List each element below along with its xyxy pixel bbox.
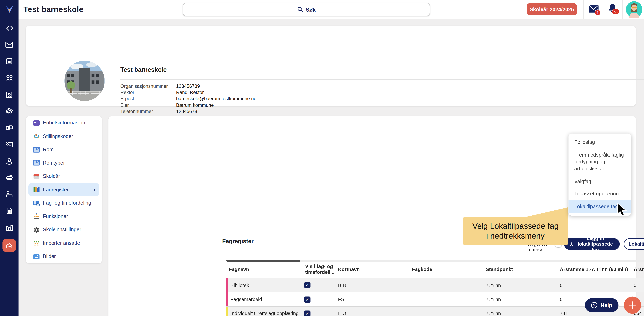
add-fab-button[interactable] [624, 296, 641, 314]
position-codes-icon [33, 133, 40, 140]
menu-item-rom[interactable]: Rom [26, 143, 102, 156]
settings-gear-icon [33, 226, 40, 233]
person-sync-icon [6, 157, 13, 165]
chevron-right-icon: › [94, 187, 95, 193]
column-header: Årsramme 8.-10. trinn [631, 267, 644, 273]
rail-item-document[interactable] [0, 204, 18, 217]
vis-checkbox[interactable]: ✓ [304, 282, 310, 288]
search-input[interactable]: Søk [183, 3, 430, 16]
dropdown-option-valgfag[interactable]: Valgfag [568, 175, 631, 188]
column-header: Årsramme 1.-7. trinn (60 min) [557, 267, 631, 273]
rail-item-bar-chart[interactable] [0, 222, 18, 234]
subject-category-select[interactable]: Lokaltilpassede ... × [624, 238, 644, 250]
dropdown-option-fremmedspr-k-faglig-fordypning-og-arbeidslivsfag[interactable]: Fremmedspråk, faglig fordypning og arbei… [568, 149, 631, 175]
school-icon [6, 242, 13, 249]
divider [85, 0, 86, 19]
collapse-chevrons-icon [6, 24, 13, 32]
menu-item-label: Skoleår [43, 174, 60, 179]
hand-food-icon [6, 174, 13, 181]
table-header-row: FagnavnVis i fag- og timefordeli...Kortn… [226, 262, 644, 278]
notifications-button[interactable]: 53 [608, 4, 616, 15]
category-color-strip [226, 293, 228, 306]
menu-item-enhetsinformasjon[interactable]: Enhetsinformasjon [26, 116, 102, 130]
table-scrollbar [226, 260, 644, 262]
plus-circle-icon [570, 241, 574, 247]
table-row[interactable]: Individuelt tilrettelagt opplæring ✓ ITO… [226, 306, 644, 316]
info-field-value: Bærum kommune [176, 102, 214, 108]
vis-checkbox[interactable]: ✓ [304, 310, 310, 316]
user-avatar[interactable] [626, 1, 642, 19]
menu-item-label: Bilder [43, 254, 56, 259]
info-field-row: E-postbarneskole@baerum.testkommune.no [120, 96, 262, 102]
school-photo [64, 61, 105, 101]
school-name-heading: Test barneskole [120, 66, 167, 73]
instruction-tooltip: Velg Lokaltilpassede fag i nedtrekksmeny [463, 217, 568, 245]
menu-item-fagregister[interactable]: Fagregister› [28, 183, 100, 196]
help-button[interactable]: ? Help [585, 298, 619, 312]
svg-text:?: ? [593, 303, 596, 307]
mail-button[interactable]: 1 [588, 5, 599, 14]
mail-icon [6, 40, 13, 48]
rail-item-person-sync[interactable] [0, 155, 18, 167]
cell-kortnavn: ITO [336, 310, 410, 316]
help-label: Help [601, 302, 612, 308]
icon-rail [0, 19, 18, 316]
menu-item-label: Enhetsinformasjon [43, 120, 85, 126]
page-title: Test barneskole [23, 0, 84, 19]
school-year-button[interactable]: Skoleår 2024/2025 [527, 3, 577, 15]
bar-chart-icon [6, 224, 13, 231]
rail-item-puzzle[interactable] [0, 122, 18, 134]
menu-item-stillingskoder[interactable]: Stillingskoder [26, 130, 102, 143]
table-row[interactable]: Bibliotek ✓ BIB 7. trinn 0 0 [226, 278, 644, 293]
notifications-badge: 53 [612, 8, 620, 15]
rail-item-teacher-desk[interactable] [0, 188, 18, 200]
info-field-label: Telefonnummer [120, 109, 176, 114]
rail-item-group[interactable] [0, 105, 18, 117]
menu-item-skoleinnstillinger[interactable]: Skoleinnstillinger [26, 223, 102, 236]
select-value: Lokaltilpassede ... [629, 241, 644, 247]
rail-item-hand-food[interactable] [0, 171, 18, 184]
cell-aarsramme-1-7: 0 [557, 282, 631, 288]
top-bar: Test barneskole Søk Skoleår 2024/2025 1 … [0, 0, 644, 19]
rail-item-id-card[interactable] [0, 88, 18, 100]
rail-item-news[interactable] [0, 55, 18, 68]
cell-fagnavn: Bibliotek [226, 282, 303, 288]
cell-standpunkt: 7. trinn [484, 310, 557, 316]
vis-checkbox[interactable]: ✓ [304, 296, 310, 303]
app-logo[interactable] [0, 0, 18, 19]
rail-item-school[interactable] [2, 239, 16, 252]
rail-item-collapse-chevrons[interactable] [0, 22, 18, 34]
menu-item-fag-og-timefordeling[interactable]: Fag- og timefordeling [26, 196, 102, 210]
info-field-row: EierBærum kommune [120, 102, 262, 108]
rail-item-students[interactable] [0, 72, 18, 84]
table-row[interactable]: Fagsamarbeid ✓ FS 7. trinn 0 0 [226, 293, 644, 307]
menu-item-romtyper[interactable]: Romtyper [26, 156, 102, 170]
dropdown-option-tilpasset-oppl-ring[interactable]: Tilpasset opplæring [568, 188, 631, 200]
menu-item-skole-r[interactable]: Skoleår [26, 170, 102, 183]
menu-item-funksjoner[interactable]: Funksjoner [26, 210, 102, 223]
menu-item-bilder[interactable]: Bilder [26, 250, 102, 263]
subject-register-books-icon [33, 186, 40, 193]
menu-item-label: Skoleinnstillinger [43, 227, 81, 232]
info-field-label: Rektor [120, 90, 176, 95]
functions-icon [33, 213, 40, 220]
rail-item-clock-calendar[interactable] [0, 138, 18, 150]
cell-kortnavn: FS [336, 297, 410, 302]
cell-kortnavn: BIB [336, 282, 410, 288]
document-icon [6, 207, 13, 214]
app-root: Test barneskole Søk Skoleår 2024/2025 1 … [0, 0, 644, 316]
subject-hours-icon [33, 200, 40, 206]
search-label: Søk [306, 6, 316, 12]
menu-item-label: Fagregister [43, 187, 69, 193]
table-scrollbar-thumb[interactable] [226, 260, 300, 262]
menu-item-label: Romtyper [43, 160, 65, 166]
menu-item-importer-ansatte[interactable]: Importer ansatte [26, 236, 102, 250]
rail-item-mail[interactable] [0, 38, 18, 50]
info-field-value: Randi Rektor [176, 90, 204, 95]
tooltip-line-1: Velg Lokaltilpassede fag [472, 221, 559, 231]
category-color-strip [226, 306, 228, 316]
cell-standpunkt: 7. trinn [484, 282, 557, 288]
dropdown-option-fellesfag[interactable]: Fellesfag [568, 136, 631, 149]
divider [622, 0, 623, 19]
add-local-subjects-button[interactable]: Legg til lokaltilpassede fag [564, 238, 620, 250]
